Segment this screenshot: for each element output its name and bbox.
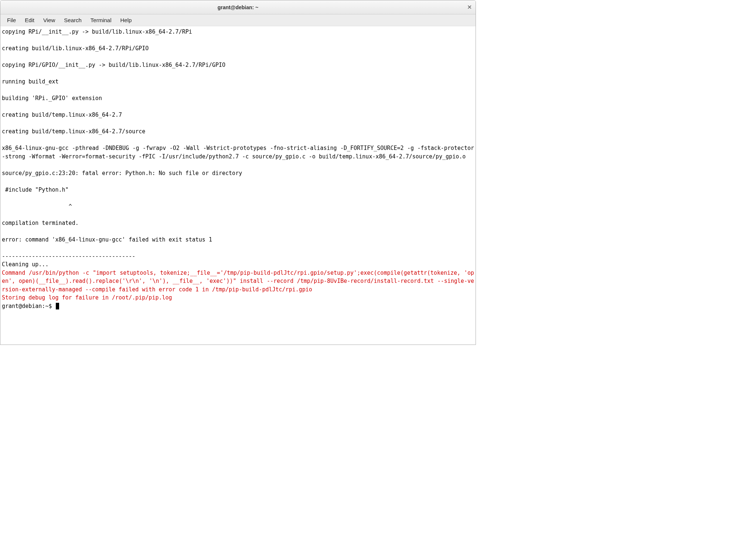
terminal-line: ^ [2, 202, 474, 211]
terminal-line [2, 119, 474, 128]
terminal-line: Command /usr/bin/python -c "import setup… [2, 269, 474, 294]
terminal-line [2, 136, 474, 144]
terminal-line: creating build/temp.linux-x86_64-2.7/sou… [2, 127, 474, 136]
terminal-line [2, 86, 474, 95]
close-icon[interactable]: ✕ [467, 5, 472, 10]
window-title: grant@debian: ~ [218, 4, 259, 10]
terminal-prompt[interactable]: grant@debian:~$ [2, 302, 474, 311]
menu-help[interactable]: Help [116, 16, 136, 25]
terminal-line [2, 227, 474, 236]
menu-file[interactable]: File [3, 16, 20, 25]
terminal-line [2, 194, 474, 202]
terminal-line: x86_64-linux-gnu-gcc -pthread -DNDEBUG -… [2, 144, 474, 161]
terminal-line: copying RPi/__init__.py -> build/lib.lin… [2, 28, 474, 36]
terminal-line [2, 103, 474, 111]
terminal-line [2, 210, 474, 219]
terminal-line: Storing debug log for failure in /root/.… [2, 294, 474, 302]
menu-search[interactable]: Search [59, 16, 86, 25]
terminal-line: #include "Python.h" [2, 186, 474, 194]
terminal-line: ---------------------------------------- [2, 252, 474, 261]
menu-terminal[interactable]: Terminal [86, 16, 116, 25]
terminal-window: grant@debian: ~ ✕ File Edit View Search … [0, 0, 476, 345]
menu-view[interactable]: View [39, 16, 59, 25]
titlebar: grant@debian: ~ ✕ [0, 0, 476, 14]
terminal-line: error: command 'x86_64-linux-gnu-gcc' fa… [2, 236, 474, 244]
terminal-line: source/py_gpio.c:23:20: fatal error: Pyt… [2, 169, 474, 178]
terminal-line [2, 36, 474, 45]
terminal-line [2, 177, 474, 186]
terminal-line: creating build/lib.linux-x86_64-2.7/RPi/… [2, 44, 474, 53]
terminal-line: creating build/temp.linux-x86_64-2.7 [2, 111, 474, 119]
terminal-line: copying RPi/GPIO/__init__.py -> build/li… [2, 61, 474, 69]
menubar: File Edit View Search Terminal Help [0, 14, 476, 26]
terminal-line [2, 53, 474, 61]
menu-edit[interactable]: Edit [20, 16, 39, 25]
terminal-line: running build_ext [2, 78, 474, 86]
terminal-line [2, 161, 474, 169]
terminal-line: Cleaning up... [2, 260, 474, 269]
terminal-line: compilation terminated. [2, 219, 474, 227]
terminal-output[interactable]: copying RPi/__init__.py -> build/lib.lin… [0, 26, 476, 345]
terminal-line [2, 69, 474, 78]
terminal-line: building 'RPi._GPIO' extension [2, 94, 474, 103]
cursor-icon [56, 303, 59, 309]
terminal-line [2, 244, 474, 252]
